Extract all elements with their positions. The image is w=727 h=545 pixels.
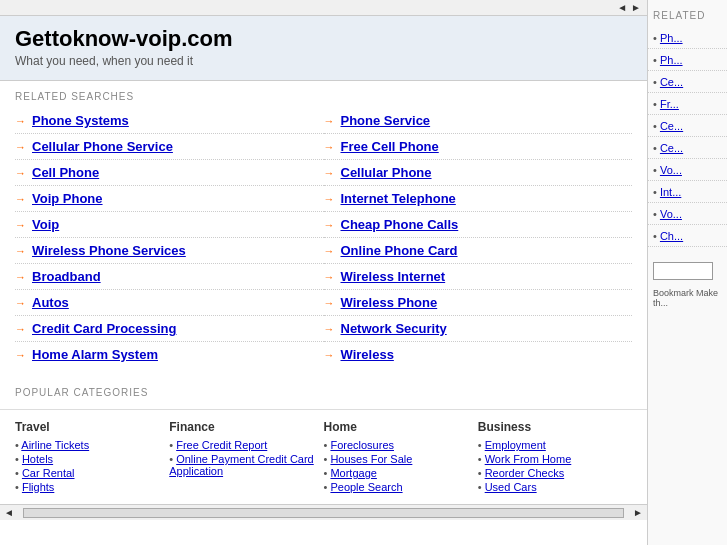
search-item[interactable]: →Cellular Phone Service bbox=[15, 134, 324, 160]
popular-link[interactable]: Airline Tickets bbox=[21, 439, 89, 451]
sidebar-link[interactable]: Fr... bbox=[660, 98, 679, 110]
popular-link[interactable]: Mortgage bbox=[330, 467, 376, 479]
search-link[interactable]: Voip Phone bbox=[32, 191, 103, 206]
scroll-right-btn[interactable]: ► bbox=[629, 507, 647, 518]
popular-link[interactable]: People Search bbox=[330, 481, 402, 493]
search-link[interactable]: Cellular Phone Service bbox=[32, 139, 173, 154]
sidebar-link[interactable]: Int... bbox=[660, 186, 681, 198]
sidebar-item[interactable]: Ce... bbox=[648, 137, 727, 159]
search-link[interactable]: Voip bbox=[32, 217, 59, 232]
search-link[interactable]: Internet Telephone bbox=[341, 191, 456, 206]
arrow-icon: → bbox=[324, 141, 335, 153]
search-item[interactable]: →Internet Telephone bbox=[324, 186, 633, 212]
sidebar-items: Ph...Ph...Ce...Fr...Ce...Ce...Vo...Int..… bbox=[648, 27, 727, 247]
arrow-icon: → bbox=[15, 245, 26, 257]
sidebar-item[interactable]: Vo... bbox=[648, 159, 727, 181]
list-item[interactable]: Airline Tickets bbox=[15, 438, 169, 452]
search-link[interactable]: Cheap Phone Calls bbox=[341, 217, 459, 232]
search-item[interactable]: →Cheap Phone Calls bbox=[324, 212, 633, 238]
search-item[interactable]: →Wireless Internet bbox=[324, 264, 633, 290]
search-item[interactable]: →Autos bbox=[15, 290, 324, 316]
search-link[interactable]: Wireless Phone Services bbox=[32, 243, 186, 258]
sidebar-link[interactable]: Ce... bbox=[660, 142, 683, 154]
popular-col-list: EmploymentWork From HomeReorder ChecksUs… bbox=[478, 438, 632, 494]
sidebar-link[interactable]: Vo... bbox=[660, 164, 682, 176]
nav-left-arrow[interactable]: ◄ bbox=[615, 2, 629, 13]
search-item[interactable]: →Credit Card Processing bbox=[15, 316, 324, 342]
search-item[interactable]: →Phone Service bbox=[324, 108, 633, 134]
search-item[interactable]: →Voip bbox=[15, 212, 324, 238]
search-link[interactable]: Autos bbox=[32, 295, 69, 310]
sidebar-item[interactable]: Ph... bbox=[648, 27, 727, 49]
sidebar-item[interactable]: Vo... bbox=[648, 203, 727, 225]
search-link[interactable]: Credit Card Processing bbox=[32, 321, 177, 336]
search-link[interactable]: Online Phone Card bbox=[341, 243, 458, 258]
search-item[interactable]: →Online Phone Card bbox=[324, 238, 633, 264]
search-item[interactable]: →Wireless bbox=[324, 342, 633, 367]
search-item[interactable]: →Wireless Phone bbox=[324, 290, 633, 316]
scroll-left-btn[interactable]: ◄ bbox=[0, 507, 18, 518]
search-item[interactable]: →Broadband bbox=[15, 264, 324, 290]
search-link[interactable]: Home Alarm System bbox=[32, 347, 158, 362]
list-item[interactable]: Reorder Checks bbox=[478, 466, 632, 480]
popular-link[interactable]: Foreclosures bbox=[330, 439, 394, 451]
search-link[interactable]: Wireless bbox=[341, 347, 394, 362]
popular-link[interactable]: Free Credit Report bbox=[176, 439, 267, 451]
popular-link[interactable]: Car Rental bbox=[22, 467, 75, 479]
scroll-track[interactable] bbox=[23, 508, 624, 518]
search-link[interactable]: Cell Phone bbox=[32, 165, 99, 180]
search-item[interactable]: →Voip Phone bbox=[15, 186, 324, 212]
popular-link[interactable]: Flights bbox=[22, 481, 54, 493]
search-item[interactable]: →Home Alarm System bbox=[15, 342, 324, 367]
sidebar-link[interactable]: Ce... bbox=[660, 120, 683, 132]
search-link[interactable]: Wireless Internet bbox=[341, 269, 446, 284]
list-item[interactable]: Employment bbox=[478, 438, 632, 452]
sidebar-scroll-box[interactable] bbox=[653, 262, 713, 280]
search-item[interactable]: →Wireless Phone Services bbox=[15, 238, 324, 264]
search-link[interactable]: Broadband bbox=[32, 269, 101, 284]
sidebar-link[interactable]: Ph... bbox=[660, 32, 683, 44]
sidebar-link[interactable]: Vo... bbox=[660, 208, 682, 220]
search-item[interactable]: →Cellular Phone bbox=[324, 160, 633, 186]
list-item[interactable]: Hotels bbox=[15, 452, 169, 466]
popular-link[interactable]: Online Payment Credit Card Application bbox=[169, 453, 313, 477]
search-link[interactable]: Phone Service bbox=[341, 113, 431, 128]
sidebar-item[interactable]: Ch... bbox=[648, 225, 727, 247]
list-item[interactable]: Car Rental bbox=[15, 466, 169, 480]
popular-link[interactable]: Used Cars bbox=[485, 481, 537, 493]
sidebar-item[interactable]: Ph... bbox=[648, 49, 727, 71]
popular-link[interactable]: Work From Home bbox=[485, 453, 572, 465]
search-link[interactable]: Free Cell Phone bbox=[341, 139, 439, 154]
sidebar-item[interactable]: Int... bbox=[648, 181, 727, 203]
list-item[interactable]: Houses For Sale bbox=[324, 452, 478, 466]
list-item[interactable]: Online Payment Credit Card Application bbox=[169, 452, 323, 478]
sidebar-item[interactable]: Ce... bbox=[648, 115, 727, 137]
search-item[interactable]: →Network Security bbox=[324, 316, 633, 342]
popular-col-list: Airline TicketsHotelsCar RentalFlights bbox=[15, 438, 169, 494]
search-item[interactable]: →Free Cell Phone bbox=[324, 134, 633, 160]
popular-link[interactable]: Hotels bbox=[22, 453, 53, 465]
search-link[interactable]: Wireless Phone bbox=[341, 295, 438, 310]
list-item[interactable]: Work From Home bbox=[478, 452, 632, 466]
popular-link[interactable]: Employment bbox=[485, 439, 546, 451]
sidebar-item[interactable]: Ce... bbox=[648, 71, 727, 93]
list-item[interactable]: Flights bbox=[15, 480, 169, 494]
list-item[interactable]: Used Cars bbox=[478, 480, 632, 494]
list-item[interactable]: People Search bbox=[324, 480, 478, 494]
sidebar-link[interactable]: Ph... bbox=[660, 54, 683, 66]
popular-link[interactable]: Houses For Sale bbox=[330, 453, 412, 465]
list-item[interactable]: Free Credit Report bbox=[169, 438, 323, 452]
search-item[interactable]: →Cell Phone bbox=[15, 160, 324, 186]
nav-right-arrow[interactable]: ► bbox=[629, 2, 643, 13]
search-link[interactable]: Network Security bbox=[341, 321, 447, 336]
search-link[interactable]: Cellular Phone bbox=[341, 165, 432, 180]
list-item[interactable]: Foreclosures bbox=[324, 438, 478, 452]
sidebar-link[interactable]: Ce... bbox=[660, 76, 683, 88]
sidebar-item[interactable]: Fr... bbox=[648, 93, 727, 115]
popular-link[interactable]: Reorder Checks bbox=[485, 467, 564, 479]
search-item[interactable]: →Phone Systems bbox=[15, 108, 324, 134]
bottom-scrollbar[interactable]: ◄ ► bbox=[0, 504, 647, 520]
list-item[interactable]: Mortgage bbox=[324, 466, 478, 480]
sidebar-link[interactable]: Ch... bbox=[660, 230, 683, 242]
search-link[interactable]: Phone Systems bbox=[32, 113, 129, 128]
